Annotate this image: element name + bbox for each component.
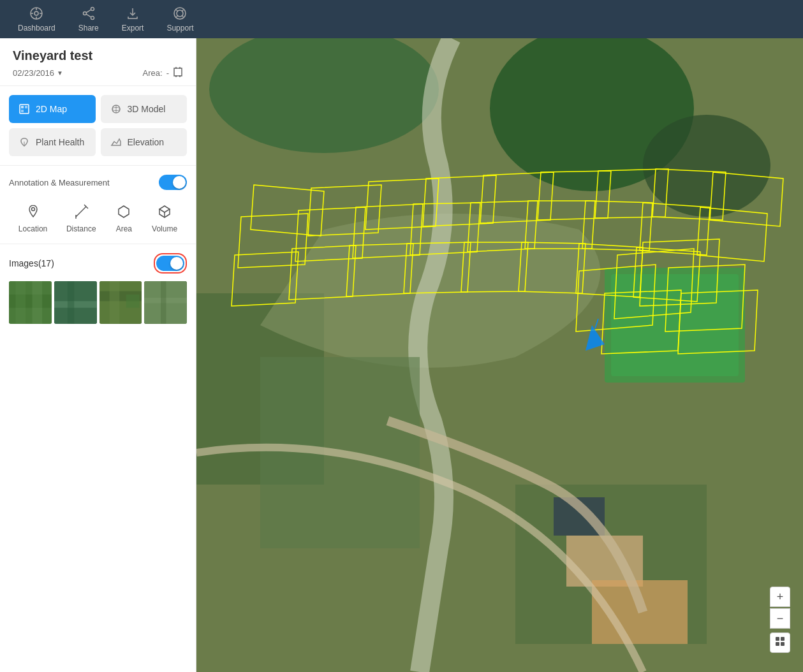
view-modes: 2D Map 3D Model: [0, 86, 196, 165]
volume-icon: [156, 203, 173, 221]
area-label: Area:: [143, 68, 163, 78]
2d-map-icon: [18, 103, 31, 115]
crop-icon[interactable]: [173, 67, 183, 79]
svg-line-16: [177, 15, 179, 17]
support-label: Support: [166, 24, 193, 33]
annotation-title: Annotation & Measurement: [9, 178, 110, 187]
dashboard-icon: [29, 6, 44, 21]
2d-map-label: 2D Map: [36, 104, 67, 114]
location-label: Location: [18, 224, 47, 233]
support-icon: [172, 6, 188, 21]
svg-line-31: [76, 207, 86, 217]
svg-rect-98: [781, 642, 785, 646]
map-svg: [196, 38, 803, 672]
btn-3d-model[interactable]: 3D Model: [101, 95, 188, 123]
svg-rect-44: [109, 281, 119, 324]
date-value: 02/23/2016: [13, 68, 54, 78]
export-icon: [125, 6, 140, 21]
layers-icon: [774, 636, 786, 650]
sidebar: Vineyard test 02/23/2016 ▼ Area: -: [0, 38, 196, 672]
thumbnail-2[interactable]: [54, 281, 97, 324]
project-area: Area: -: [143, 67, 183, 79]
svg-rect-23: [21, 106, 24, 108]
svg-rect-17: [174, 68, 182, 76]
3d-model-icon: [110, 103, 122, 115]
annotation-section: Annotation & Measurement Location: [0, 165, 196, 244]
svg-rect-45: [126, 295, 139, 308]
elevation-icon: [110, 136, 122, 149]
export-label: Export: [122, 24, 144, 33]
svg-line-14: [182, 15, 184, 17]
project-title: Vineyard test: [13, 48, 183, 63]
volume-label: Volume: [152, 224, 177, 233]
thumbnail-3[interactable]: [99, 281, 142, 324]
plant-health-label: Plant Health: [36, 137, 84, 147]
svg-line-9: [86, 10, 91, 13]
tool-location[interactable]: Location: [13, 199, 52, 237]
project-header: Vineyard test 02/23/2016 ▼ Area: -: [0, 38, 196, 86]
annotation-header: Annotation & Measurement: [9, 175, 187, 190]
images-title: Images(17): [9, 258, 54, 268]
image-thumbnails: [9, 281, 187, 324]
nav-dashboard[interactable]: Dashboard: [6, 6, 67, 33]
nav-support[interactable]: Support: [155, 6, 205, 33]
svg-line-15: [182, 10, 184, 12]
svg-rect-41: [68, 281, 74, 324]
thumbnail-1[interactable]: [9, 281, 52, 324]
elevation-label: Elevation: [128, 137, 165, 147]
area-label: Area: [116, 224, 132, 233]
svg-point-7: [83, 12, 86, 15]
share-label: Share: [78, 24, 99, 33]
svg-point-8: [91, 17, 94, 20]
chevron-down-icon: ▼: [57, 69, 63, 77]
annotation-toggle[interactable]: [159, 175, 187, 190]
tool-distance[interactable]: Distance: [61, 199, 101, 237]
svg-rect-36: [9, 295, 52, 308]
tool-area[interactable]: Area: [110, 199, 138, 237]
images-toggle[interactable]: [156, 256, 184, 271]
project-date-selector[interactable]: 02/23/2016 ▼: [13, 68, 63, 78]
zoom-in-button[interactable]: +: [770, 587, 790, 607]
zoom-in-icon: +: [777, 591, 784, 603]
location-icon: [24, 203, 42, 221]
svg-point-11: [174, 8, 186, 19]
zoom-out-icon: −: [777, 613, 784, 624]
svg-line-10: [86, 14, 91, 17]
images-header: Images(17): [9, 253, 187, 274]
top-navigation: Dashboard Share Export: [0, 0, 803, 38]
nav-export[interactable]: Export: [110, 6, 156, 33]
svg-rect-37: [15, 281, 26, 324]
main-layout: Vineyard test 02/23/2016 ▼ Area: -: [0, 38, 803, 672]
svg-point-30: [31, 208, 34, 211]
nav-share[interactable]: Share: [67, 6, 110, 33]
svg-line-13: [177, 10, 179, 12]
btn-2d-map[interactable]: 2D Map: [9, 95, 96, 123]
tool-volume[interactable]: Volume: [147, 199, 182, 237]
3d-model-label: 3D Model: [128, 104, 166, 114]
area-value: -: [166, 68, 169, 78]
svg-point-6: [91, 8, 94, 11]
svg-rect-96: [781, 637, 785, 641]
svg-rect-38: [33, 281, 43, 324]
images-section: Images(17): [0, 244, 196, 333]
btn-plant-health[interactable]: Plant Health: [9, 128, 96, 156]
plant-health-icon: [18, 136, 31, 149]
distance-label: Distance: [66, 224, 96, 233]
images-toggle-wrapper: [154, 253, 187, 274]
svg-rect-24: [25, 106, 27, 108]
svg-rect-60: [611, 274, 739, 376]
map-area[interactable]: + −: [196, 38, 803, 672]
distance-icon: [72, 203, 90, 221]
area-icon: [115, 203, 133, 221]
svg-rect-95: [776, 637, 779, 641]
svg-rect-97: [776, 642, 779, 646]
thumbnail-4[interactable]: [144, 281, 187, 324]
btn-elevation[interactable]: Elevation: [101, 128, 188, 156]
zoom-controls: + −: [770, 587, 790, 653]
zoom-out-button[interactable]: −: [770, 608, 790, 629]
map-type-button[interactable]: [770, 632, 790, 653]
svg-point-1: [34, 11, 38, 15]
tools-row: Location Distance: [9, 199, 187, 237]
svg-rect-48: [161, 281, 166, 324]
svg-rect-25: [21, 110, 24, 112]
